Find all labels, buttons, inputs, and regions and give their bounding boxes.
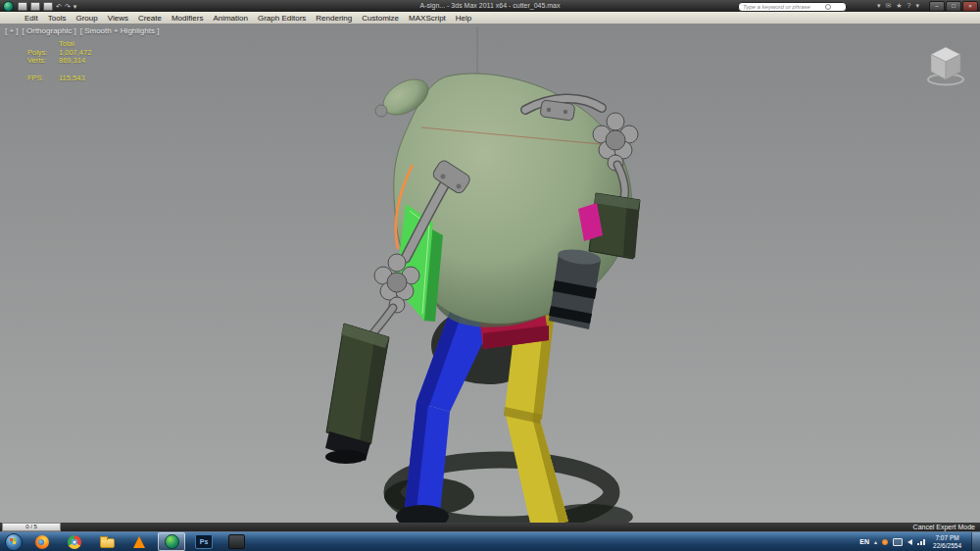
viewcube[interactable]: [925, 42, 966, 87]
menu-modifiers[interactable]: Modifiers: [167, 14, 208, 23]
taskbar-3dsmax-active[interactable]: [158, 532, 185, 551]
menu-graph-editors[interactable]: Graph Editors: [253, 14, 311, 23]
taskbar-explorer[interactable]: [93, 532, 121, 551]
3dsmax-icon: [165, 534, 179, 549]
volume-icon[interactable]: [907, 539, 912, 545]
body-nub: [375, 105, 387, 117]
taskbar-dark-app[interactable]: [222, 532, 250, 551]
viewport-statistics: Total Polys:1,007,472 Verts:869,314 FPS:…: [27, 40, 91, 82]
taskbar-firefox[interactable]: [28, 532, 56, 551]
menu-maxscript[interactable]: MAXScript: [404, 14, 451, 23]
tray-update-icon[interactable]: [882, 539, 888, 545]
taskbar-chrome[interactable]: [61, 532, 88, 551]
system-tray: EN ▴ 7:07 PM 22/6/2554: [859, 532, 980, 551]
open-file-icon[interactable]: [30, 2, 40, 11]
taskbar-photoshop[interactable]: Ps: [190, 532, 218, 551]
tray-monitor-icon[interactable]: [893, 538, 903, 546]
menu-rendering[interactable]: Rendering: [311, 14, 357, 23]
save-file-icon[interactable]: [43, 2, 53, 11]
search-dropdown-icon[interactable]: ▾: [877, 1, 881, 10]
new-scene-icon[interactable]: [18, 2, 27, 11]
viewport-shading-menu[interactable]: [ Smooth + Highlights ]: [80, 26, 160, 35]
taskbar-vlc[interactable]: [125, 532, 153, 551]
folder-icon: [100, 538, 115, 548]
pinned-apps: Ps: [28, 532, 255, 551]
clock-time: 7:07 PM: [933, 534, 961, 542]
viewport-general-menu[interactable]: [ + ]: [5, 26, 19, 35]
show-desktop-button[interactable]: [971, 532, 980, 551]
minimize-button[interactable]: −: [929, 1, 945, 12]
desktop: ↶ ↷ ▾ A-sign... - 3ds Max 2011 x64 - cut…: [0, 0, 980, 551]
hidden-icons-arrow-icon[interactable]: ▴: [874, 538, 877, 545]
menu-tools[interactable]: Tools: [43, 14, 72, 23]
title-bar: ↶ ↷ ▾ A-sign... - 3ds Max 2011 x64 - cut…: [0, 0, 980, 12]
photoshop-icon: Ps: [195, 534, 213, 549]
close-button[interactable]: ×: [962, 1, 978, 12]
chrome-icon: [68, 535, 81, 549]
search-icon[interactable]: [825, 4, 831, 10]
maximize-button[interactable]: □: [946, 1, 961, 12]
language-indicator[interactable]: EN: [859, 538, 869, 545]
robot-model-canvas[interactable]: [0, 25, 980, 523]
viewport[interactable]: [ + ] [ Orthographic ] [ Smooth + Highli…: [0, 25, 980, 523]
firefox-icon: [35, 535, 49, 549]
clock-date: 22/6/2554: [933, 542, 961, 550]
menu-create[interactable]: Create: [133, 14, 167, 23]
taskbar: Ps EN ▴ 7:07 PM 22/6/2554: [0, 531, 980, 551]
start-button[interactable]: [5, 533, 23, 551]
cancel-expert-mode-button[interactable]: Cancel Expert Mode: [908, 523, 980, 531]
menu-edit[interactable]: Edit: [20, 14, 43, 23]
menu-group[interactable]: Group: [71, 14, 102, 23]
windows-flag-icon: [10, 538, 16, 544]
quick-access-toolbar: ↶ ↷ ▾: [18, 2, 76, 11]
dark-app-icon: [228, 534, 245, 549]
help-icon[interactable]: ?: [907, 1, 911, 10]
menu-views[interactable]: Views: [103, 14, 133, 23]
infocenter-icons: ▾ ✉ ★ ? ▾: [877, 1, 919, 10]
redo-icon[interactable]: ↷: [65, 3, 71, 10]
status-bar: 0 / 5 Cancel Expert Mode: [0, 523, 980, 531]
time-slider-frame-indicator[interactable]: 0 / 5: [2, 523, 61, 531]
viewport-pov-menu[interactable]: [ Orthographic ]: [23, 26, 76, 35]
menu-customize[interactable]: Customize: [357, 14, 404, 23]
menu-help[interactable]: Help: [451, 14, 476, 23]
window-controls: − □ ×: [929, 1, 978, 12]
network-icon[interactable]: [917, 539, 925, 545]
vlc-cone-icon: [133, 536, 145, 548]
communication-center-icon[interactable]: ✉: [885, 1, 891, 10]
menu-animation[interactable]: Animation: [208, 14, 253, 23]
undo-icon[interactable]: ↶: [56, 3, 62, 10]
3dsmax-application-button-icon[interactable]: [3, 1, 14, 12]
clock[interactable]: 7:07 PM 22/6/2554: [930, 534, 964, 549]
viewport-label: [ + ] [ Orthographic ] [ Smooth + Highli…: [5, 26, 159, 35]
toolbar-dropdown-icon[interactable]: ▾: [74, 3, 77, 10]
help-dropdown-icon[interactable]: ▾: [915, 1, 919, 10]
favorites-star-icon[interactable]: ★: [896, 1, 902, 10]
menu-bar: Edit Tools Group Views Create Modifiers …: [0, 12, 980, 25]
